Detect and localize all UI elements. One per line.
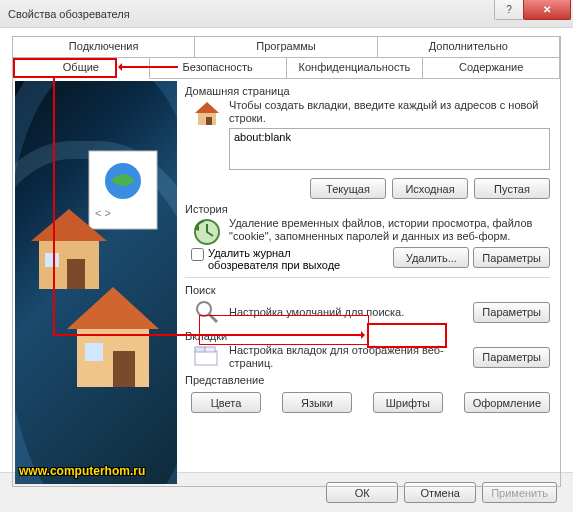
group-history: История Удаление временных файлов, истор…: [185, 203, 550, 271]
history-icon: [191, 217, 223, 247]
group-label: Представление: [185, 374, 550, 386]
btn-accessibility[interactable]: Оформление: [464, 392, 550, 413]
home-icon: [191, 99, 223, 172]
search-desc: Настройка умолчаний для поиска.: [229, 306, 467, 319]
tab-security[interactable]: Безопасность: [149, 57, 287, 79]
group-appearance: Представление Цвета Языки Шрифты Оформле…: [185, 374, 550, 413]
btn-delete-history[interactable]: Удалить...: [393, 247, 469, 268]
annotation-arrow: [120, 66, 178, 68]
svg-line-17: [209, 314, 217, 322]
window-title: Свойства обозревателя: [8, 8, 130, 20]
svg-marker-11: [195, 102, 219, 113]
svg-rect-10: [85, 343, 103, 361]
btn-default-page[interactable]: Исходная: [392, 178, 468, 199]
window-controls: ? ✕: [495, 0, 571, 20]
svg-text:< >: < >: [95, 207, 111, 219]
help-button[interactable]: ?: [494, 0, 524, 20]
svg-point-16: [197, 302, 211, 316]
tab-advanced[interactable]: Дополнительно: [377, 36, 560, 58]
sidebar-image: < > www.computerhom.ru: [15, 81, 177, 484]
btn-languages[interactable]: Языки: [282, 392, 352, 413]
tabs: Подключения Программы Дополнительно Общи…: [12, 36, 561, 79]
tab-content: < > www.computerhom.ru: [12, 79, 561, 487]
tab-row-bottom: Общие Безопасность Конфиденциальность Со…: [13, 58, 560, 79]
btn-colors[interactable]: Цвета: [191, 392, 261, 413]
tab-programs[interactable]: Программы: [194, 36, 377, 58]
annotation-line: [53, 334, 363, 336]
btn-fonts[interactable]: Шрифты: [373, 392, 443, 413]
group-search: Поиск Настройка умолчаний для поиска. Па…: [185, 284, 550, 326]
settings-panel: Домашняя страница Чтобы создать вкладки,…: [177, 81, 558, 484]
btn-tabs-params[interactable]: Параметры: [473, 347, 550, 368]
tab-privacy[interactable]: Конфиденциальность: [286, 57, 424, 79]
svg-marker-7: [67, 287, 159, 329]
group-label: Поиск: [185, 284, 550, 296]
svg-rect-5: [67, 259, 85, 289]
watermark: www.computerhom.ru: [19, 464, 145, 478]
group-homepage: Домашняя страница Чтобы создать вкладки,…: [185, 85, 550, 199]
decorative-houses: < >: [15, 81, 177, 481]
tab-connections[interactable]: Подключения: [12, 36, 195, 58]
btn-blank-page[interactable]: Пустая: [474, 178, 550, 199]
svg-rect-9: [113, 351, 135, 387]
group-label: История: [185, 203, 550, 215]
delete-on-exit-label: Удалить журнал обозревателя при выходе: [208, 247, 358, 271]
search-icon: [191, 298, 223, 326]
homepage-input[interactable]: [229, 128, 550, 170]
svg-rect-18: [195, 351, 217, 365]
svg-rect-19: [195, 347, 205, 352]
tabs-desc: Настройка вкладок для отображения веб-ст…: [229, 344, 467, 370]
btn-current-page[interactable]: Текущая: [310, 178, 386, 199]
tab-row-top: Подключения Программы Дополнительно: [13, 37, 560, 58]
history-desc: Удаление временных файлов, истории просм…: [229, 217, 550, 247]
title-bar: Свойства обозревателя ? ✕: [0, 0, 573, 28]
tab-content[interactable]: Содержание: [422, 57, 560, 79]
svg-rect-20: [205, 347, 215, 352]
group-label: Домашняя страница: [185, 85, 550, 97]
svg-rect-13: [206, 117, 212, 125]
close-button[interactable]: ✕: [523, 0, 571, 20]
delete-on-exit-checkbox[interactable]: [191, 248, 204, 261]
tab-general[interactable]: Общие: [12, 57, 150, 79]
svg-rect-6: [45, 253, 59, 267]
homepage-desc: Чтобы создать вкладки, введите каждый из…: [229, 99, 550, 125]
annotation-line: [53, 78, 55, 336]
tabs-icon: [191, 345, 223, 369]
btn-history-params[interactable]: Параметры: [473, 247, 550, 268]
dialog-body: Подключения Программы Дополнительно Общи…: [0, 28, 573, 472]
btn-search-params[interactable]: Параметры: [473, 302, 550, 323]
